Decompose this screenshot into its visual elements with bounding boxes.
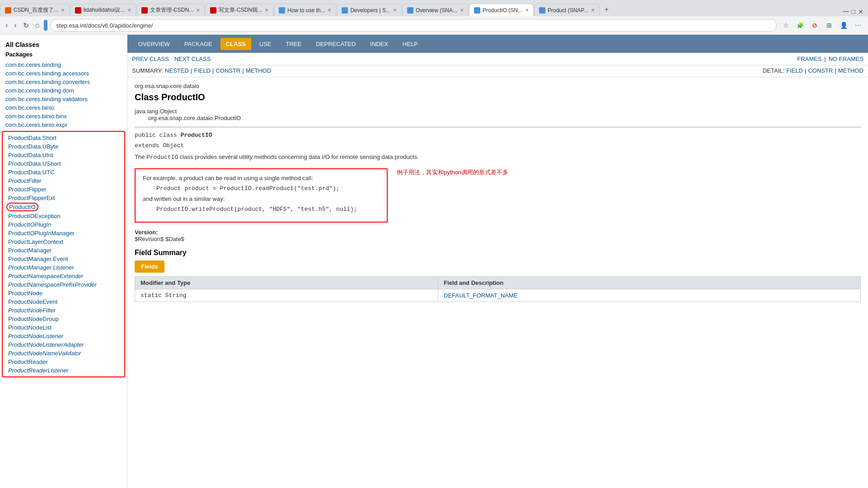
- sidebar-item-ProductNodeList[interactable]: ProductNodeList: [3, 323, 124, 332]
- sidebar-link-binio[interactable]: com.bc.ceres.binio: [0, 103, 127, 112]
- sidebar-item-ProductNodeFilter[interactable]: ProductNodeFilter: [3, 306, 124, 315]
- nav-use[interactable]: USE: [253, 37, 278, 51]
- sidebar-item-ProductFlipperExt[interactable]: ProductFlipperExt: [3, 194, 124, 202]
- field-summary-title: Field Summary: [135, 249, 861, 257]
- sidebar-item-ProductNodeGroup[interactable]: ProductNodeGroup: [3, 315, 124, 323]
- sidebar: All Classes Packages com.bc.ceres.bindin…: [0, 35, 127, 488]
- no-frames-link[interactable]: NO FRAMES: [829, 56, 863, 62]
- maximize-button[interactable]: □: [852, 8, 855, 15]
- tab-8[interactable]: ProductIO (SN... ✕: [469, 4, 534, 16]
- sidebar-item-ProductNodeEvent[interactable]: ProductNodeEvent: [3, 297, 124, 306]
- summary-constr[interactable]: CONSTR: [216, 67, 240, 74]
- tab-close-8[interactable]: ✕: [525, 8, 529, 13]
- sidebar-item-ProductManagerListener[interactable]: ProductManager.Listener: [3, 263, 124, 272]
- sidebar-item-ProductReader[interactable]: ProductReader: [3, 358, 124, 366]
- sidebar-item-ProductLayerContext[interactable]: ProductLayerContext: [3, 237, 124, 246]
- sidebar-link-validators[interactable]: com.bc.ceres.binding.validators: [0, 95, 127, 103]
- sidebar-item-ProductIOPlugIn[interactable]: ProductIOPlugIn: [3, 220, 124, 229]
- sidebar-item-ProductIO-wrapper[interactable]: ProductIO: [6, 203, 38, 211]
- nav-package[interactable]: PACKAGE: [178, 37, 219, 51]
- prev-class-link[interactable]: PREV CLASS: [132, 56, 169, 62]
- detail-constr[interactable]: CONSTR: [808, 67, 833, 74]
- menu-icon[interactable]: ⋯: [852, 19, 864, 32]
- close-window-button[interactable]: ✕: [858, 8, 863, 15]
- main-content: OVERVIEW PACKAGE CLASS USE TREE DEPRECAT…: [127, 35, 868, 488]
- sidebar-item-ProductNamespaceExtender[interactable]: ProductNamespaceExtender: [3, 272, 124, 280]
- tab-close-4[interactable]: ✕: [265, 8, 268, 13]
- row1-field-link[interactable]: DEFAULT_FORMAT_NAME: [444, 292, 517, 299]
- sidebar-link-binx[interactable]: com.bc.ceres.binio.binx: [0, 112, 127, 121]
- adblock-icon[interactable]: ⊘: [808, 19, 821, 32]
- sidebar-item-ProductNodeListener[interactable]: ProductNodeListener: [3, 332, 124, 340]
- tab-2[interactable]: lidahuilidahui议... ✕: [70, 4, 136, 16]
- tab-5[interactable]: How to use th... ✕: [274, 4, 336, 16]
- fields-button[interactable]: Fields: [135, 260, 164, 273]
- sidebar-item-ProductIO[interactable]: ProductIO: [9, 204, 36, 210]
- sidebar-item-ProductNode[interactable]: ProductNode: [3, 289, 124, 297]
- tab-7[interactable]: Overview (SNA... ✕: [402, 4, 469, 16]
- tab-1[interactable]: CSDN_百度搜了... ✕: [0, 4, 70, 16]
- nav-help[interactable]: HELP: [396, 37, 424, 51]
- sidebar-item-ProductNamespacePrefixProvider[interactable]: ProductNamespacePrefixProvider: [3, 280, 124, 289]
- sidebar-link-expr[interactable]: com.bc.ceres.binio.expr: [0, 121, 127, 129]
- frames-link[interactable]: FRAMES: [797, 56, 821, 62]
- forward-button[interactable]: ›: [12, 19, 18, 31]
- sidebar-item-ProductNodeListenerAdapter[interactable]: ProductNodeListenerAdapter: [3, 340, 124, 349]
- sidebar-item-ProductDataUByte[interactable]: ProductData.UByte: [3, 142, 124, 151]
- new-tab-button[interactable]: +: [600, 5, 613, 14]
- summary-field[interactable]: FIELD: [194, 67, 211, 74]
- bookmark-star-icon[interactable]: ☆: [779, 19, 792, 32]
- next-class-link[interactable]: NEXT CLASS: [174, 56, 211, 62]
- minimize-button[interactable]: ─: [843, 7, 849, 16]
- reload-button[interactable]: ↻: [21, 19, 31, 32]
- bookmarks-icon[interactable]: ⊞: [823, 19, 835, 32]
- tab-6[interactable]: Developers | S... ✕: [337, 4, 402, 16]
- row1-field: DEFAULT_FORMAT_NAME: [438, 289, 861, 302]
- sidebar-link-converters[interactable]: com.bc.ceres.binding.converters: [0, 78, 127, 86]
- nav-overview[interactable]: OVERVIEW: [132, 37, 176, 51]
- tab-close-2[interactable]: ✕: [127, 8, 131, 13]
- sidebar-link-accessors[interactable]: com.bc.ceres.binding.accessors: [0, 69, 127, 78]
- sidebar-link-dom[interactable]: com.bc.ceres.binding.dom: [0, 86, 127, 95]
- sidebar-item-ProductFlipper[interactable]: ProductFlipper: [3, 185, 124, 194]
- home-button[interactable]: ⌂: [33, 19, 42, 31]
- tab-4[interactable]: 写文章-CSDN我... ✕: [205, 4, 273, 16]
- desc-code: ProductIO: [146, 154, 178, 161]
- tab-close-1[interactable]: ✕: [61, 8, 65, 13]
- nav-tree[interactable]: TREE: [280, 37, 308, 51]
- detail-method[interactable]: METHOD: [838, 67, 863, 74]
- detail-field[interactable]: FIELD: [786, 67, 803, 74]
- tab-9[interactable]: Product (SNAP... ✕: [534, 4, 600, 16]
- sidebar-link-binding[interactable]: com.bc.ceres.binding: [0, 60, 127, 69]
- back-button[interactable]: ‹: [4, 19, 9, 31]
- address-input[interactable]: [50, 19, 777, 32]
- sidebar-item-ProductReaderListener[interactable]: ProductReaderListener: [3, 366, 124, 375]
- sidebar-item-ProductManagerEvent[interactable]: ProductManager.Event: [3, 255, 124, 263]
- summary-nested[interactable]: NESTED: [165, 67, 189, 74]
- sidebar-item-ProductIOException[interactable]: ProductIOException: [3, 212, 124, 220]
- sidebar-item-ProductDataUInt[interactable]: ProductData.UInt: [3, 151, 124, 159]
- nav-deprecated[interactable]: DEPRECATED: [310, 37, 362, 51]
- tab-label-9: Product (SNAP...: [548, 7, 588, 14]
- sidebar-item-ProductIOPlugInManager[interactable]: ProductIOPlugInManager: [3, 229, 124, 237]
- nav-index[interactable]: INDEX: [364, 37, 394, 51]
- sidebar-item-ProductNodeNameValidator[interactable]: ProductNodeNameValidator: [3, 349, 124, 358]
- sidebar-item-ProductDataUTC[interactable]: ProductData.UTC: [3, 168, 124, 177]
- sidebar-item-ProductDataShort[interactable]: ProductData.Short: [3, 134, 124, 142]
- extensions-icon[interactable]: 🧩: [794, 19, 807, 32]
- nav-class[interactable]: CLASS: [221, 38, 251, 50]
- profile-icon[interactable]: 👤: [837, 19, 850, 32]
- sidebar-item-ProductManager[interactable]: ProductManager: [3, 246, 124, 255]
- tab-close-6[interactable]: ✕: [393, 8, 397, 13]
- toolbar-icons: ☆ 🧩 ⊘ ⊞ 👤 ⋯: [779, 19, 864, 32]
- tab-close-5[interactable]: ✕: [328, 8, 331, 13]
- summary-method[interactable]: METHOD: [246, 67, 271, 74]
- sidebar-item-ProductDataUShort[interactable]: ProductData.UShort: [3, 159, 124, 168]
- tab-close-9[interactable]: ✕: [591, 8, 595, 13]
- tab-3[interactable]: 文章管理-CSDN... ✕: [136, 4, 205, 16]
- tab-close-3[interactable]: ✕: [196, 8, 200, 13]
- code-mid: and written out in a similar way:: [143, 195, 380, 202]
- tab-close-7[interactable]: ✕: [460, 8, 464, 13]
- sidebar-item-ProductFilter[interactable]: ProductFilter: [3, 177, 124, 185]
- navbar: OVERVIEW PACKAGE CLASS USE TREE DEPRECAT…: [127, 35, 868, 53]
